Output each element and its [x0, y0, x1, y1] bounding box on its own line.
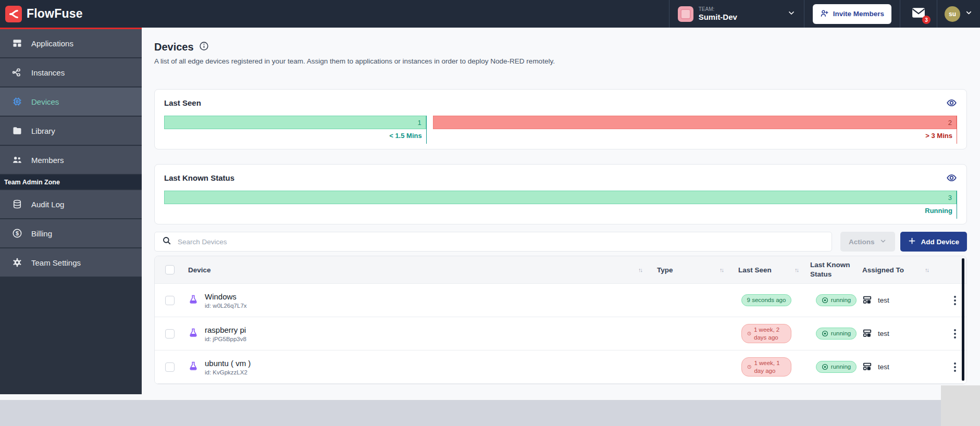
flowfuse-logo-icon	[5, 6, 22, 22]
bar-value: 3	[164, 191, 957, 204]
info-icon[interactable]	[199, 41, 209, 53]
sidebar-item-audit-log[interactable]: Audit Log	[0, 190, 142, 218]
vertical-scrollbar[interactable]	[941, 385, 980, 426]
column-header-last-known-status[interactable]: Last Known Status	[810, 260, 858, 279]
chevron-down-icon	[879, 237, 887, 246]
last-known-status-card-title: Last Known Status	[164, 173, 234, 182]
sidebar-item-label: Billing	[31, 229, 52, 238]
row-menu-kebab-icon[interactable]	[951, 326, 959, 342]
assigned-to-value[interactable]: test	[878, 330, 889, 337]
search-icon	[162, 236, 171, 247]
column-header-device[interactable]: Device	[180, 266, 638, 274]
column-header-assigned-to[interactable]: Assigned To	[862, 266, 925, 274]
row-checkbox[interactable]	[165, 296, 175, 305]
sort-icon[interactable]: ↑↓	[795, 267, 810, 273]
plus-icon	[908, 237, 916, 246]
device-id: id: w0L26q7L7x	[205, 303, 247, 309]
sidebar-item-label: Devices	[31, 97, 59, 106]
status-badge: running	[816, 361, 857, 372]
actions-button[interactable]: Actions	[840, 232, 896, 252]
devices-table: Device ↑↓ Type ↑↓ Last Seen ↑↓ Last Know…	[154, 256, 967, 384]
column-header-last-seen[interactable]: Last Seen	[738, 266, 795, 274]
actions-label: Actions	[849, 238, 875, 246]
clock-icon	[747, 364, 751, 370]
bar-value: 1	[164, 116, 426, 129]
notifications-button[interactable]: 3	[900, 0, 937, 28]
sort-icon[interactable]: ↑↓	[925, 267, 944, 273]
flask-icon	[188, 328, 199, 340]
notification-badge: 3	[922, 16, 931, 24]
bar-segment-under-90s: 1 < 1.5 Mins	[164, 116, 427, 144]
add-device-label: Add Device	[921, 238, 959, 246]
page-title: Devices	[154, 41, 194, 53]
sidebar-item-instances[interactable]: Instances	[0, 58, 142, 86]
invite-members-button[interactable]: Invite Members	[813, 4, 891, 24]
select-all-checkbox[interactable]	[165, 265, 175, 274]
row-menu-kebab-icon[interactable]	[951, 293, 959, 308]
table-row[interactable]: Windows id: w0L26q7L7x 9 seconds ago run…	[155, 284, 966, 317]
assigned-to-value[interactable]: test	[878, 296, 889, 304]
team-avatar	[678, 6, 693, 22]
team-selector[interactable]: TEAM: Sumit-Dev	[669, 0, 804, 28]
table-vertical-scrollbar[interactable]	[962, 258, 964, 381]
chevron-down-icon	[787, 9, 796, 19]
table-row[interactable]: raspberry pi id: jPG5Bpp3v8 1 week, 2 da…	[155, 317, 966, 350]
row-menu-kebab-icon[interactable]	[951, 359, 959, 375]
folder-icon	[11, 126, 23, 136]
eye-icon[interactable]	[946, 172, 957, 183]
chevron-down-icon	[965, 9, 973, 19]
devices-icon	[11, 96, 23, 107]
sidebar-item-library[interactable]: Library	[0, 117, 142, 145]
sidebar-item-billing[interactable]: $ Billing	[0, 219, 142, 247]
applications-icon	[11, 38, 23, 48]
sidebar-item-devices[interactable]: Devices	[0, 87, 142, 116]
row-checkbox[interactable]	[165, 329, 175, 339]
instances-icon	[11, 67, 23, 78]
eye-icon[interactable]	[946, 97, 957, 108]
sort-icon[interactable]: ↑↓	[720, 267, 738, 273]
flowfuse-logo[interactable]: FlowFuse	[5, 6, 83, 22]
bar-value: 2	[433, 116, 957, 129]
sidebar-item-members[interactable]: Members	[0, 146, 142, 174]
users-icon	[11, 155, 23, 165]
sort-icon[interactable]: ↑↓	[638, 267, 657, 273]
status-badge: running	[816, 328, 857, 339]
search-box	[154, 232, 832, 252]
device-name: raspberry pi	[205, 325, 246, 334]
column-header-type[interactable]: Type	[657, 266, 720, 274]
status-bar-chart: 3 Running	[164, 191, 957, 219]
user-menu[interactable]: su	[937, 6, 973, 22]
assigned-to-value[interactable]: test	[878, 363, 889, 371]
device-id: id: jPG5Bpp3v8	[205, 336, 246, 342]
row-checkbox[interactable]	[165, 362, 175, 372]
device-name: ubuntu ( vm )	[205, 359, 251, 368]
sidebar-item-label: Members	[31, 156, 64, 165]
device-id: id: KvGpkzzLX2	[205, 369, 251, 375]
table-header-row: Device ↑↓ Type ↑↓ Last Seen ↑↓ Last Know…	[155, 256, 966, 284]
bar-label: < 1.5 Mins	[164, 129, 426, 144]
application-icon	[862, 328, 872, 340]
status-badge: running	[816, 294, 857, 306]
horizontal-scrollbar[interactable]	[0, 400, 941, 426]
avatar: su	[945, 6, 960, 22]
sidebar-item-label: Applications	[31, 39, 73, 48]
add-device-button[interactable]: Add Device	[900, 232, 967, 252]
gear-icon	[11, 257, 23, 268]
database-icon	[11, 199, 23, 209]
sidebar-item-team-settings[interactable]: Team Settings	[0, 248, 142, 277]
svg-text:$: $	[16, 230, 19, 236]
sidebar-item-applications[interactable]: Applications	[0, 29, 142, 57]
sidebar-section-team-admin-zone: Team Admin Zone	[0, 175, 142, 189]
bar-segment-running: 3 Running	[164, 191, 957, 219]
clock-icon	[747, 330, 751, 337]
sidebar: Applications Instances Devices Library M…	[0, 28, 142, 394]
flask-icon	[188, 294, 199, 307]
bar-label: Running	[164, 204, 957, 219]
search-input[interactable]	[178, 238, 824, 246]
top-navbar: FlowFuse TEAM: Sumit-Dev Invite Members …	[0, 0, 980, 28]
navbar-divider	[804, 0, 804, 28]
table-row[interactable]: ubuntu ( vm ) id: KvGpkzzLX2 1 week, 1 d…	[155, 350, 966, 384]
last-seen-bar-chart: 1 < 1.5 Mins 2 > 3 Mins	[164, 116, 957, 144]
user-plus-icon	[820, 9, 829, 19]
sidebar-item-label: Instances	[31, 68, 65, 77]
